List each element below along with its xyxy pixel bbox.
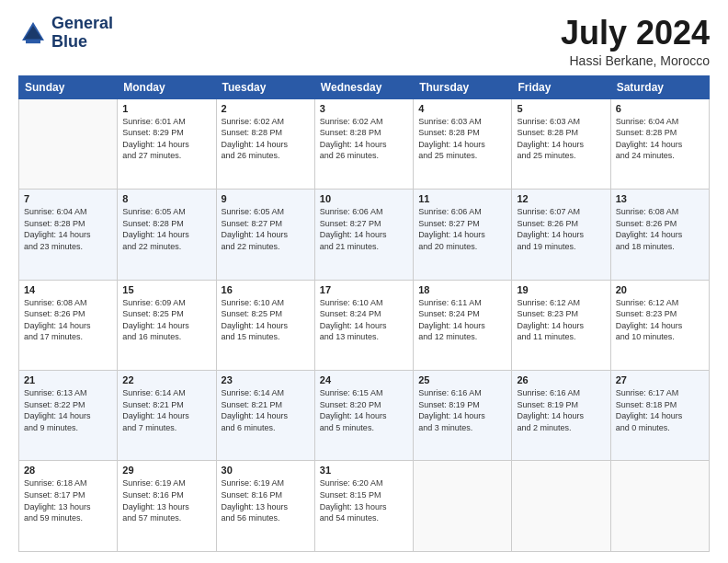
calendar-week-row: 21Sunrise: 6:13 AM Sunset: 8:22 PM Dayli…	[19, 371, 710, 461]
day-number: 6	[616, 103, 704, 114]
calendar-cell: 9Sunrise: 6:05 AM Sunset: 8:27 PM Daylig…	[216, 190, 314, 280]
cell-info: Sunrise: 6:10 AM Sunset: 8:24 PM Dayligh…	[320, 297, 408, 343]
day-number: 11	[418, 193, 506, 204]
cell-info: Sunrise: 6:17 AM Sunset: 8:18 PM Dayligh…	[616, 387, 704, 433]
day-number: 1	[122, 103, 210, 114]
svg-rect-2	[26, 40, 40, 43]
cell-info: Sunrise: 6:04 AM Sunset: 8:28 PM Dayligh…	[616, 116, 704, 162]
cell-info: Sunrise: 6:01 AM Sunset: 8:29 PM Dayligh…	[122, 116, 210, 162]
day-number: 14	[24, 284, 112, 295]
calendar-cell: 28Sunrise: 6:18 AM Sunset: 8:17 PM Dayli…	[19, 461, 118, 552]
cell-info: Sunrise: 6:19 AM Sunset: 8:16 PM Dayligh…	[222, 477, 310, 523]
day-number: 21	[24, 374, 112, 385]
calendar-cell: 13Sunrise: 6:08 AM Sunset: 8:26 PM Dayli…	[610, 190, 709, 280]
day-number: 13	[616, 193, 704, 204]
cell-info: Sunrise: 6:04 AM Sunset: 8:28 PM Dayligh…	[24, 206, 112, 252]
cell-info: Sunrise: 6:02 AM Sunset: 8:28 PM Dayligh…	[222, 116, 310, 162]
weekday-header: Sunday	[19, 75, 118, 98]
day-number: 4	[418, 103, 506, 114]
weekday-header: Thursday	[414, 75, 512, 98]
day-number: 22	[122, 374, 210, 385]
day-number: 5	[517, 103, 605, 114]
day-number: 3	[320, 103, 408, 114]
header-row: SundayMondayTuesdayWednesdayThursdayFrid…	[19, 75, 710, 98]
day-number: 15	[122, 284, 210, 295]
calendar-cell: 16Sunrise: 6:10 AM Sunset: 8:25 PM Dayli…	[216, 280, 314, 370]
weekday-header: Monday	[118, 75, 216, 98]
cell-info: Sunrise: 6:02 AM Sunset: 8:28 PM Dayligh…	[320, 116, 408, 162]
title-block: July 2024 Hassi Berkane, Morocco	[561, 15, 710, 68]
day-number: 27	[616, 374, 704, 385]
day-number: 16	[222, 284, 310, 295]
header: General Blue July 2024 Hassi Berkane, Mo…	[18, 15, 710, 68]
calendar-cell: 24Sunrise: 6:15 AM Sunset: 8:20 PM Dayli…	[314, 371, 413, 461]
cell-info: Sunrise: 6:20 AM Sunset: 8:15 PM Dayligh…	[320, 477, 408, 523]
cell-info: Sunrise: 6:10 AM Sunset: 8:25 PM Dayligh…	[222, 297, 310, 343]
calendar-cell	[610, 461, 709, 552]
logo: General Blue	[18, 15, 113, 52]
weekday-header: Friday	[512, 75, 610, 98]
calendar-cell: 20Sunrise: 6:12 AM Sunset: 8:23 PM Dayli…	[610, 280, 709, 370]
day-number: 30	[222, 465, 310, 476]
day-number: 8	[122, 193, 210, 204]
calendar-cell: 17Sunrise: 6:10 AM Sunset: 8:24 PM Dayli…	[314, 280, 413, 370]
cell-info: Sunrise: 6:19 AM Sunset: 8:16 PM Dayligh…	[122, 477, 210, 523]
cell-info: Sunrise: 6:06 AM Sunset: 8:27 PM Dayligh…	[418, 206, 506, 252]
calendar-cell: 31Sunrise: 6:20 AM Sunset: 8:15 PM Dayli…	[314, 461, 413, 552]
month-title: July 2024	[561, 15, 710, 52]
day-number: 19	[517, 284, 605, 295]
weekday-header: Wednesday	[314, 75, 413, 98]
calendar-cell: 27Sunrise: 6:17 AM Sunset: 8:18 PM Dayli…	[610, 371, 709, 461]
cell-info: Sunrise: 6:08 AM Sunset: 8:26 PM Dayligh…	[24, 297, 112, 343]
calendar-cell: 18Sunrise: 6:11 AM Sunset: 8:24 PM Dayli…	[414, 280, 512, 370]
day-number: 25	[418, 374, 506, 385]
cell-info: Sunrise: 6:05 AM Sunset: 8:27 PM Dayligh…	[222, 206, 310, 252]
cell-info: Sunrise: 6:12 AM Sunset: 8:23 PM Dayligh…	[616, 297, 704, 343]
calendar-cell: 8Sunrise: 6:05 AM Sunset: 8:28 PM Daylig…	[118, 190, 216, 280]
calendar-cell: 11Sunrise: 6:06 AM Sunset: 8:27 PM Dayli…	[414, 190, 512, 280]
cell-info: Sunrise: 6:16 AM Sunset: 8:19 PM Dayligh…	[517, 387, 605, 433]
calendar-cell	[512, 461, 610, 552]
page: General Blue July 2024 Hassi Berkane, Mo…	[0, 0, 728, 563]
day-number: 31	[320, 465, 408, 476]
calendar-cell: 10Sunrise: 6:06 AM Sunset: 8:27 PM Dayli…	[314, 190, 413, 280]
calendar-cell: 2Sunrise: 6:02 AM Sunset: 8:28 PM Daylig…	[216, 98, 314, 189]
day-number: 23	[222, 374, 310, 385]
cell-info: Sunrise: 6:05 AM Sunset: 8:28 PM Dayligh…	[122, 206, 210, 252]
cell-info: Sunrise: 6:14 AM Sunset: 8:21 PM Dayligh…	[122, 387, 210, 433]
cell-info: Sunrise: 6:09 AM Sunset: 8:25 PM Dayligh…	[122, 297, 210, 343]
calendar-cell: 19Sunrise: 6:12 AM Sunset: 8:23 PM Dayli…	[512, 280, 610, 370]
day-number: 9	[222, 193, 310, 204]
cell-info: Sunrise: 6:07 AM Sunset: 8:26 PM Dayligh…	[517, 206, 605, 252]
cell-info: Sunrise: 6:18 AM Sunset: 8:17 PM Dayligh…	[24, 477, 112, 523]
cell-info: Sunrise: 6:11 AM Sunset: 8:24 PM Dayligh…	[418, 297, 506, 343]
calendar-cell: 22Sunrise: 6:14 AM Sunset: 8:21 PM Dayli…	[118, 371, 216, 461]
cell-info: Sunrise: 6:14 AM Sunset: 8:21 PM Dayligh…	[222, 387, 310, 433]
day-number: 12	[517, 193, 605, 204]
weekday-header: Tuesday	[216, 75, 314, 98]
calendar-table: SundayMondayTuesdayWednesdayThursdayFrid…	[18, 75, 710, 552]
day-number: 17	[320, 284, 408, 295]
day-number: 20	[616, 284, 704, 295]
calendar-week-row: 14Sunrise: 6:08 AM Sunset: 8:26 PM Dayli…	[19, 280, 710, 370]
weekday-header: Saturday	[610, 75, 709, 98]
day-number: 28	[24, 465, 112, 476]
day-number: 2	[222, 103, 310, 114]
cell-info: Sunrise: 6:03 AM Sunset: 8:28 PM Dayligh…	[517, 116, 605, 162]
location: Hassi Berkane, Morocco	[561, 53, 710, 68]
calendar-cell: 14Sunrise: 6:08 AM Sunset: 8:26 PM Dayli…	[19, 280, 118, 370]
logo-icon	[18, 18, 48, 48]
calendar-cell: 12Sunrise: 6:07 AM Sunset: 8:26 PM Dayli…	[512, 190, 610, 280]
calendar-cell: 15Sunrise: 6:09 AM Sunset: 8:25 PM Dayli…	[118, 280, 216, 370]
calendar-cell: 5Sunrise: 6:03 AM Sunset: 8:28 PM Daylig…	[512, 98, 610, 189]
calendar-cell: 3Sunrise: 6:02 AM Sunset: 8:28 PM Daylig…	[314, 98, 413, 189]
calendar-cell: 26Sunrise: 6:16 AM Sunset: 8:19 PM Dayli…	[512, 371, 610, 461]
calendar-cell: 6Sunrise: 6:04 AM Sunset: 8:28 PM Daylig…	[610, 98, 709, 189]
calendar-cell: 30Sunrise: 6:19 AM Sunset: 8:16 PM Dayli…	[216, 461, 314, 552]
cell-info: Sunrise: 6:08 AM Sunset: 8:26 PM Dayligh…	[616, 206, 704, 252]
day-number: 18	[418, 284, 506, 295]
cell-info: Sunrise: 6:03 AM Sunset: 8:28 PM Dayligh…	[418, 116, 506, 162]
day-number: 10	[320, 193, 408, 204]
calendar-cell	[19, 98, 118, 189]
calendar-cell: 23Sunrise: 6:14 AM Sunset: 8:21 PM Dayli…	[216, 371, 314, 461]
